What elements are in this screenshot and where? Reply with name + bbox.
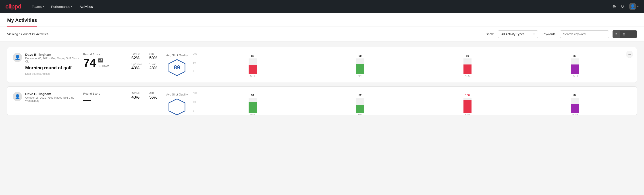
round-score: Round Score 74 +4 18 Holes	[83, 53, 128, 68]
quality-label-2: Avg Shot Quality	[166, 93, 188, 96]
hexagon-wrapper: Avg Shot Quality 89	[166, 54, 188, 76]
stat-fw-hit-2: FW Hit 43%	[132, 92, 145, 100]
navbar: clippd Teams ▾ Performance ▾ Activities …	[0, 0, 644, 13]
bar-arg-value: 89	[466, 54, 469, 58]
stat-updown: Up/Down 43%	[132, 63, 145, 70]
user-name: Dave Billingham	[25, 53, 80, 56]
user-avatar: 👤	[13, 53, 22, 62]
score-number: 74	[83, 57, 96, 68]
y-axis-2: 100 50 0	[193, 92, 197, 112]
score-number-2: —	[83, 96, 91, 104]
stat-updown-value: 43%	[132, 66, 145, 70]
score-row: 74 +4 18 Holes	[83, 57, 128, 68]
stat-1putt-label: 1 Putt	[149, 63, 163, 66]
stat-gir-value-2: 56%	[149, 95, 163, 100]
activity-card: ✏ 👤 Dave Billingham December 05, 2021 - …	[7, 47, 637, 83]
bar-arg: 89 ARG	[414, 54, 520, 77]
page-title: My Activities	[7, 13, 37, 26]
stat-updown-label: Up/Down	[132, 63, 145, 66]
stat-gir-value: 50%	[149, 56, 163, 60]
add-icon[interactable]: ⊕	[612, 4, 616, 9]
hexagon-wrapper-2: Avg Shot Quality	[166, 93, 188, 116]
bar-arg-2: 106 ARG	[414, 94, 520, 115]
activity-card-2: 👤 Dave Billingham October 16, 2021 - Gog…	[7, 86, 637, 115]
avg-shot-quality-2: Avg Shot Quality 100 50 0 94	[166, 92, 628, 115]
user-menu[interactable]: 👤 ▾	[629, 3, 639, 10]
stat-gir-label: GIR	[149, 53, 163, 56]
view-list-detail-button[interactable]: ☰	[628, 30, 637, 38]
bar-putt-value: 89	[574, 54, 576, 58]
activity-title: Morning round of golf	[25, 65, 80, 70]
bar-chart: 100 50 0 85 OTT 90	[193, 53, 628, 77]
stat-fw-hit-label-2: FW Hit	[132, 92, 145, 95]
user-details-2: Dave Billingham October 16, 2021 - Gog M…	[25, 92, 80, 102]
bar-putt-label: PUTT	[572, 74, 578, 77]
round-score-label-2: Round Score	[83, 92, 128, 95]
svg-marker-1	[169, 99, 185, 115]
logo: clippd	[5, 3, 21, 10]
nav-activities[interactable]: Activities	[80, 5, 93, 8]
viewing-count: 12	[19, 32, 22, 36]
bar-ott-fill-2	[248, 102, 256, 113]
bar-ott-label: OTT	[250, 74, 255, 77]
stat-gir-label-2: GIR	[149, 92, 163, 95]
bar-putt-2: 87 PUTT	[522, 94, 628, 115]
stat-fw-hit: FW Hit 62%	[132, 53, 145, 60]
bar-ott: 85 OTT	[200, 54, 306, 77]
bar-putt: 89 PUTT	[522, 54, 628, 77]
user-details: Dave Billingham December 05, 2021 - Gog …	[25, 53, 80, 76]
view-grid-button[interactable]: ⊞	[620, 30, 628, 38]
viewing-text: Viewing 12 out of 29 Activities	[7, 32, 48, 36]
stat-gir: GIR 50%	[149, 53, 163, 60]
activity-type-dropdown[interactable]: All Activity Types ▾	[498, 30, 538, 38]
user-date-2: October 16, 2021 - Gog Magog Golf Club -…	[25, 96, 80, 102]
bar-ott-value-2: 94	[251, 94, 254, 97]
stats-grid-2: FW Hit 43% GIR 56%	[132, 92, 163, 100]
bar-app-label-2: APP	[358, 114, 362, 115]
bar-app-label: APP	[358, 74, 362, 77]
avatar: 👤	[629, 3, 636, 10]
bar-putt-fill-2	[571, 104, 579, 113]
bar-putt-label-2: PUTT	[572, 114, 578, 115]
keywords-label: Keywords:	[542, 32, 556, 36]
viewing-total: 29	[32, 32, 36, 36]
stat-fw-hit-label: FW Hit	[132, 53, 145, 56]
round-score-label: Round Score	[83, 53, 128, 56]
bar-putt-fill	[571, 64, 579, 74]
nav-activities-label: Activities	[80, 5, 93, 8]
user-avatar-2: 👤	[13, 92, 22, 101]
page-header: My Activities	[0, 13, 644, 27]
bar-app: 90 APP	[307, 54, 413, 77]
nav-teams-label: Teams	[32, 5, 42, 8]
activity-type-value: All Activity Types	[501, 32, 524, 36]
bar-arg-label-2: ARG	[465, 114, 470, 115]
bar-arg-fill	[464, 64, 472, 74]
nav-performance-label: Performance	[51, 5, 70, 8]
hexagon-2	[168, 98, 186, 116]
y-label-50: 50	[193, 62, 197, 64]
nav-performance[interactable]: Performance ▾	[51, 5, 72, 8]
nav-teams-chevron: ▾	[42, 5, 44, 8]
bar-putt-value-2: 87	[574, 94, 576, 97]
main-content: ✏ 👤 Dave Billingham December 05, 2021 - …	[0, 42, 644, 124]
data-source: Data Source: Arccos	[25, 72, 80, 76]
refresh-icon[interactable]: ↻	[620, 4, 624, 9]
stats-grid: FW Hit 62% GIR 50% Up/Down 43% 1 Putt 28…	[132, 53, 163, 70]
search-input[interactable]	[560, 30, 609, 38]
show-label: Show:	[486, 32, 494, 36]
view-list-compact-button[interactable]: ≡	[613, 30, 620, 38]
bar-arg-fill-2	[464, 100, 472, 113]
nav-teams[interactable]: Teams ▾	[32, 5, 44, 8]
avg-shot-quality: Avg Shot Quality 89 100 50 0	[166, 53, 628, 77]
filter-bar: Viewing 12 out of 29 Activities Show: Al…	[0, 27, 644, 42]
stat-gir-2: GIR 56%	[149, 92, 163, 100]
user-name-2: Dave Billingham	[25, 92, 80, 96]
score-badge: +4	[98, 58, 103, 62]
bar-chart-2: 100 50 0 94 OTT 82	[193, 92, 628, 115]
stat-fw-hit-value: 62%	[132, 56, 145, 60]
bar-app-value-2: 82	[358, 94, 362, 97]
nav-performance-chevron: ▾	[71, 5, 72, 8]
hexagon: 89	[168, 59, 186, 76]
stat-1putt-value: 28%	[149, 66, 163, 70]
bar-arg-label: ARG	[465, 74, 470, 77]
